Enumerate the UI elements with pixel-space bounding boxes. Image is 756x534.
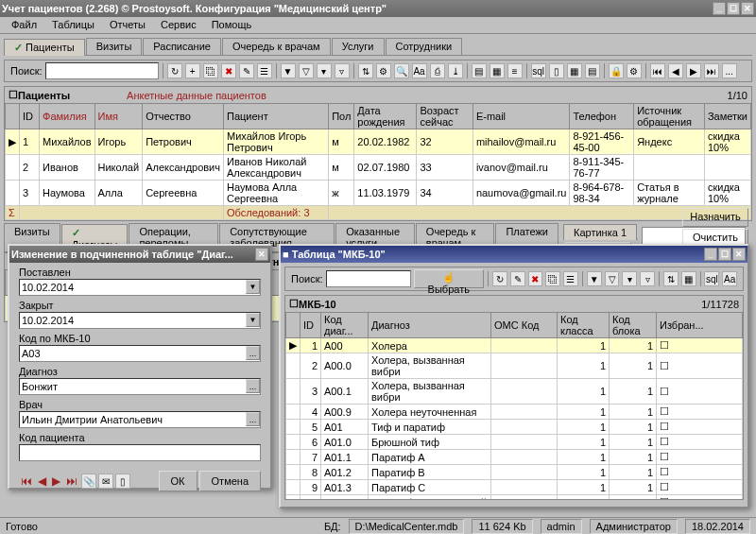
browse-button[interactable]: ... (246, 346, 260, 360)
chevron-down-icon[interactable]: ▼ (246, 313, 260, 327)
find-icon[interactable]: Aa (412, 63, 427, 78)
app-title: Учет пациентов (2.268) © Prostoysoft. Ко… (2, 3, 387, 14)
minimize-button[interactable]: _ (713, 2, 726, 15)
export-icon[interactable]: ⤓ (448, 63, 463, 78)
mkb-max-button[interactable]: ☐ (718, 248, 731, 261)
filter3-icon[interactable]: ▾ (317, 63, 332, 78)
filter-clear-icon[interactable]: ▿ (335, 63, 350, 78)
nav-first-icon[interactable]: ⏮ (19, 474, 34, 488)
cancel-button[interactable]: Отмена (199, 471, 261, 491)
choose-button[interactable]: ☝ Выбрать (414, 269, 484, 288)
chart-icon[interactable]: ▤ (472, 63, 487, 78)
search-input[interactable] (45, 62, 159, 79)
list-icon[interactable]: ☰ (257, 63, 272, 78)
assign-button[interactable]: Назначить (682, 208, 748, 227)
filter2-icon[interactable]: ▽ (605, 271, 620, 286)
attach-icon[interactable]: 📎 (81, 474, 96, 489)
filter-icon[interactable]: ▼ (587, 271, 602, 286)
last-icon[interactable]: ⏭ (704, 63, 719, 78)
postavlen-input[interactable] (19, 279, 261, 296)
menu-service[interactable]: Сервис (153, 17, 204, 33)
sort-icon[interactable]: ⇅ (358, 63, 373, 78)
maximize-button[interactable]: ☐ (727, 2, 740, 15)
filter2-icon[interactable]: ▽ (299, 63, 314, 78)
menu-reports[interactable]: Отчеты (102, 17, 153, 33)
menu-help[interactable]: Помощь (204, 17, 260, 33)
prev-icon[interactable]: ◀ (668, 63, 683, 78)
tab-services[interactable]: Услуги (332, 38, 385, 55)
tree-icon[interactable]: ≡ (507, 63, 523, 78)
first-icon[interactable]: ⏮ (650, 63, 665, 78)
search2-icon[interactable]: 🔍 (394, 63, 409, 78)
mkb-search-input[interactable] (326, 270, 411, 287)
diagnoz-input[interactable] (19, 378, 261, 395)
mkb-close-button[interactable]: ✕ (732, 248, 746, 261)
edit-dialog: Изменение в подчиненной таблице "Диаг...… (8, 244, 272, 490)
tab-queue[interactable]: Очередь к врачам (222, 38, 331, 55)
tab-staff[interactable]: Сотрудники (386, 38, 463, 55)
add-icon[interactable]: + (185, 63, 200, 78)
refresh-icon[interactable]: ↻ (167, 63, 182, 78)
doc-icon[interactable]: ▯ (115, 474, 130, 489)
lock-icon[interactable]: 🔒 (609, 63, 624, 78)
close-button[interactable]: ✕ (741, 2, 754, 15)
sort-icon[interactable]: ⇅ (663, 271, 679, 286)
nav-next-icon[interactable]: ▶ (50, 474, 62, 488)
tab-schedule[interactable]: Расписание (143, 38, 221, 55)
edit-icon[interactable]: ✎ (510, 271, 525, 286)
goto-icon[interactable]: ... (722, 63, 737, 78)
delete-icon[interactable]: ✖ (221, 63, 236, 78)
tool-icon[interactable]: ⚙ (376, 63, 391, 78)
copy-icon[interactable]: ⿻ (203, 63, 218, 78)
browse-button[interactable]: ... (246, 412, 260, 426)
status-date: 18.02.2014 (685, 519, 750, 534)
filter-clear-icon[interactable]: ▿ (640, 271, 655, 286)
menu-tables[interactable]: Таблицы (44, 17, 102, 33)
status-dbpath: D:\MedicalCenter.mdb (349, 519, 465, 534)
report-icon[interactable]: ▤ (585, 63, 600, 78)
list-icon[interactable]: ☰ (563, 271, 578, 286)
status-user: admin (541, 519, 582, 534)
copy-icon[interactable]: ⿻ (545, 271, 560, 286)
kod-input[interactable] (19, 345, 261, 362)
filter-icon[interactable]: ▼ (281, 63, 296, 78)
ok-button[interactable]: ОК (159, 471, 198, 491)
status-role: Администратор (590, 519, 678, 534)
image-tab[interactable]: Картинка 1 (563, 224, 637, 240)
search-label: Поиск: (10, 65, 43, 77)
nav-last-icon[interactable]: ⏭ (64, 474, 79, 488)
mail-icon[interactable]: ✉ (98, 474, 113, 489)
calendar-icon[interactable]: ▦ (567, 63, 582, 78)
table-row: 3НаумоваАллаСергеевнаНаумова Алла Сергее… (6, 181, 751, 206)
patients-grid[interactable]: ID Фамилия Имя Отчество Пациент Пол Дата… (5, 103, 751, 220)
vrach-input[interactable] (19, 411, 261, 428)
nav-prev-icon[interactable]: ◀ (36, 474, 48, 488)
dialog-close-button[interactable]: ✕ (255, 248, 268, 261)
find-icon[interactable]: Aa (722, 271, 737, 286)
new-icon[interactable]: ▯ (549, 63, 564, 78)
next-icon[interactable]: ▶ (686, 63, 701, 78)
print-icon[interactable]: ⎙ (430, 63, 445, 78)
table-row: 2A00.0Холера, вызванная вибри11☐ (286, 353, 743, 379)
delete-icon[interactable]: ✖ (528, 271, 543, 286)
kp-input[interactable] (19, 444, 261, 461)
zakryt-input[interactable] (19, 312, 261, 329)
mkb-min-button[interactable]: _ (704, 248, 717, 261)
table-row: ▶1МихайловИгорьПетровичМихайлов Игорь Пе… (6, 129, 751, 155)
grid-icon[interactable]: ▦ (681, 271, 696, 286)
tab-patients[interactable]: ✓ Пациенты (4, 39, 85, 56)
sql-icon[interactable]: sql (531, 63, 546, 78)
sql-icon[interactable]: sql (704, 271, 719, 286)
chevron-down-icon[interactable]: ▼ (246, 280, 260, 294)
browse-button[interactable]: ... (246, 379, 260, 393)
refresh-icon[interactable]: ↻ (492, 271, 507, 286)
settings-icon[interactable]: ⚙ (627, 63, 642, 78)
form-icon[interactable]: ▦ (490, 63, 505, 78)
tab-visits[interactable]: Визиты (86, 38, 143, 55)
mkb-grid[interactable]: IDКод диаг...ДиагнозОМС КодКод классаКод… (285, 312, 743, 499)
table-row: ▶1A00Холера11☐ (286, 338, 743, 353)
edit-icon[interactable]: ✎ (239, 63, 254, 78)
main-tabs: ✓ Пациенты Визиты Расписание Очередь к в… (4, 38, 752, 56)
menu-file[interactable]: Файл (4, 17, 44, 33)
filter3-icon[interactable]: ▾ (622, 271, 637, 286)
